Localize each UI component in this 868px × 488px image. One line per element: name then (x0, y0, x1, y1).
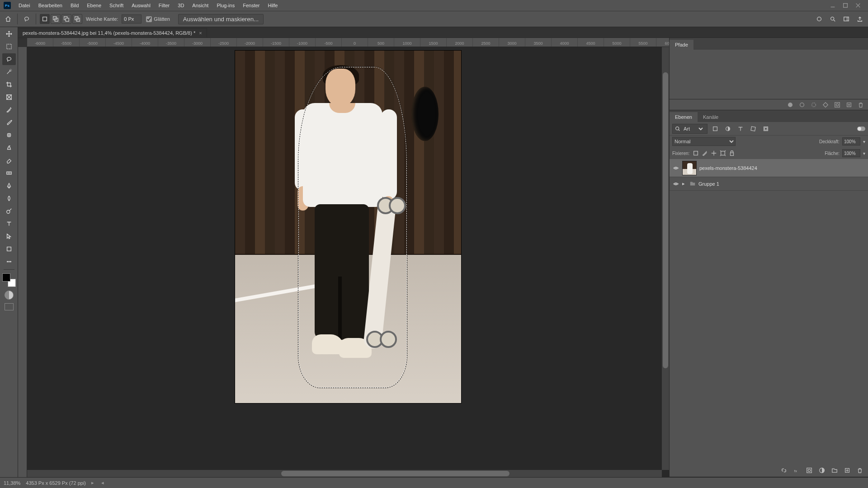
filter-toggle[interactable] (857, 127, 865, 131)
screen-mode-toggle[interactable] (5, 303, 14, 310)
marquee-tool[interactable] (2, 41, 16, 52)
ruler-vertical[interactable] (18, 47, 27, 477)
menu-hilfe[interactable]: Hilfe (264, 0, 282, 11)
pen-tool[interactable] (2, 180, 16, 192)
lock-all-icon[interactable] (728, 150, 736, 157)
type-tool[interactable] (2, 218, 16, 230)
menu-3d[interactable]: 3D (174, 0, 188, 11)
add-mask-icon[interactable] (834, 101, 841, 108)
frame-tool[interactable] (2, 91, 16, 103)
canvas-viewport[interactable] (27, 47, 669, 477)
magic-wand-tool[interactable] (2, 66, 16, 78)
blend-mode-select[interactable]: Normal (672, 137, 736, 146)
more-tools[interactable] (2, 256, 16, 267)
quick-mask-toggle[interactable] (5, 291, 14, 300)
zoom-level[interactable]: 11,38% (4, 480, 20, 486)
layer-thumbnail[interactable] (682, 161, 697, 175)
clone-stamp-tool[interactable] (2, 142, 16, 154)
link-layers-icon[interactable] (780, 467, 788, 474)
foreground-background-colors[interactable] (2, 273, 16, 287)
filter-pixel-icon[interactable] (710, 124, 720, 134)
opacity-input[interactable] (842, 137, 860, 145)
selection-new-button[interactable] (40, 14, 50, 24)
layer-name[interactable]: Gruppe 1 (698, 181, 719, 187)
tab-channels[interactable]: Kanäle (698, 112, 724, 122)
new-adjustment-icon[interactable] (818, 467, 826, 474)
filter-shape-icon[interactable] (748, 124, 758, 134)
chevron-down-icon[interactable]: ▾ (863, 139, 865, 144)
tool-preset-lasso-icon[interactable] (21, 14, 32, 24)
maximize-button[interactable] (839, 1, 852, 10)
search-icon[interactable] (827, 14, 838, 24)
antialias-checkbox[interactable]: Glätten (146, 16, 170, 22)
fill-path-icon[interactable] (787, 101, 794, 108)
close-button[interactable] (852, 1, 864, 10)
menu-plugins[interactable]: Plug-ins (212, 0, 239, 11)
feather-input[interactable] (122, 14, 142, 23)
visibility-toggle-icon[interactable] (672, 180, 679, 188)
eyedropper-tool[interactable] (2, 104, 16, 116)
path-to-selection-icon[interactable] (810, 101, 817, 108)
document-canvas[interactable] (235, 51, 461, 403)
document-info[interactable]: 4353 Px x 6529 Px (72 ppi) (26, 480, 86, 486)
filter-smartobj-icon[interactable] (761, 124, 771, 134)
visibility-toggle-icon[interactable] (672, 164, 679, 172)
path-selection-tool[interactable] (2, 230, 16, 242)
foreground-color-swatch[interactable] (2, 273, 10, 282)
lock-transparency-icon[interactable] (692, 150, 699, 157)
cloud-docs-icon[interactable] (814, 14, 825, 24)
healing-brush-tool[interactable] (2, 129, 16, 141)
chevron-down-icon[interactable]: ▾ (863, 151, 865, 156)
dodge-tool[interactable] (2, 205, 16, 217)
move-tool[interactable] (2, 28, 16, 40)
expand-toggle-icon[interactable]: ▸ (682, 181, 687, 187)
layer-item-group[interactable]: ▸ Gruppe 1 (670, 177, 868, 191)
new-group-icon[interactable] (831, 467, 838, 474)
minimize-button[interactable] (826, 1, 839, 10)
add-mask-icon[interactable] (806, 467, 813, 474)
shape-tool[interactable] (2, 243, 16, 255)
paths-panel-body[interactable] (670, 50, 868, 99)
menu-bearbeiten[interactable]: Bearbeiten (34, 0, 66, 11)
menu-schrift[interactable]: Schrift (105, 0, 127, 11)
scrollbar-horizontal[interactable] (27, 470, 662, 477)
select-and-mask-button[interactable]: Auswählen und maskieren... (178, 14, 264, 24)
layer-filter-dropdown[interactable]: Art (672, 124, 708, 134)
delete-path-icon[interactable] (857, 101, 864, 108)
lock-pixels-icon[interactable] (701, 150, 708, 157)
close-tab-icon[interactable]: × (199, 30, 202, 36)
home-button[interactable] (3, 14, 14, 24)
scroll-left-icon[interactable]: ◂ (101, 480, 104, 486)
layer-list[interactable]: pexels-monstera-5384424 ▸ Gruppe 1 (670, 159, 868, 191)
layer-filter-select[interactable]: Art (682, 126, 704, 132)
antialias-checkbox-input[interactable] (146, 16, 152, 22)
blur-tool[interactable] (2, 192, 16, 204)
document-tab[interactable]: pexels-monstera-5384424.jpg bei 11,4% (p… (18, 28, 207, 38)
menu-ebene[interactable]: Ebene (83, 0, 105, 11)
new-layer-icon[interactable] (844, 467, 851, 474)
doc-info-menu-icon[interactable]: ▸ (91, 480, 94, 486)
layer-name[interactable]: pexels-monstera-5384424 (699, 165, 757, 171)
workspace-icon[interactable] (841, 14, 852, 24)
gradient-tool[interactable] (2, 167, 16, 179)
stroke-path-icon[interactable] (798, 101, 806, 108)
menu-ansicht[interactable]: Ansicht (188, 0, 212, 11)
fill-input[interactable] (842, 149, 860, 157)
scrollbar-vertical[interactable] (662, 47, 669, 470)
ruler-horizontal[interactable]: -6000-5500-5000-4500-4000-3500-3000-2500… (27, 38, 669, 47)
crop-tool[interactable] (2, 79, 16, 90)
lasso-tool[interactable] (2, 53, 16, 65)
layer-item[interactable]: pexels-monstera-5384424 (670, 159, 868, 177)
selection-add-button[interactable] (51, 14, 61, 24)
share-icon[interactable] (854, 14, 865, 24)
delete-layer-icon[interactable] (856, 467, 863, 474)
eraser-tool[interactable] (2, 155, 16, 166)
brush-tool[interactable] (2, 117, 16, 128)
menu-filter[interactable]: Filter (155, 0, 174, 11)
menu-fenster[interactable]: Fenster (239, 0, 264, 11)
new-path-icon[interactable] (845, 101, 853, 108)
selection-subtract-button[interactable] (61, 14, 71, 24)
tab-paths[interactable]: Pfade (670, 40, 693, 50)
menu-auswahl[interactable]: Auswahl (127, 0, 155, 11)
menu-datei[interactable]: Datei (14, 0, 34, 11)
